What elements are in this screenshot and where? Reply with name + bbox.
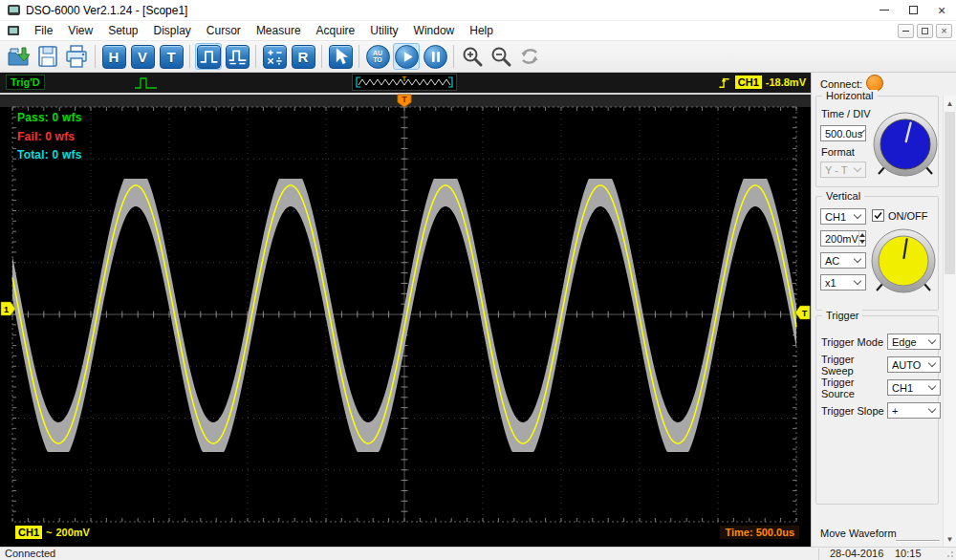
mdi-close-button[interactable]: × (936, 24, 952, 38)
document-icon (8, 26, 19, 35)
fail-count: Fail: 0 wfs (17, 128, 82, 147)
menu-bar: FileViewSetupDisplayCursorMeasureAcquire… (0, 21, 956, 41)
minimize-button[interactable] (870, 0, 899, 20)
toolbar-separator (189, 45, 190, 68)
menu-window[interactable]: Window (406, 22, 463, 39)
vertical-knob[interactable] (869, 226, 938, 295)
trigger-row-label: Trigger Source (821, 377, 887, 399)
move-waveform-label: Move Waveform (820, 528, 897, 539)
toolbar-horizontal-system-button[interactable]: H (100, 43, 127, 70)
trigger-row-label: Trigger Sweep (821, 354, 887, 377)
auto-label-1: AU (373, 50, 382, 56)
chevron-down-icon (928, 336, 936, 344)
trigger-level-marker[interactable]: T (795, 306, 810, 319)
toolbar-zoom-in-button[interactable] (459, 43, 486, 70)
vertical-knob-face (879, 236, 928, 286)
toolbar-cursor-measure-button[interactable] (327, 43, 354, 70)
v-label: V (138, 49, 147, 65)
print-icon (64, 44, 89, 69)
control-panel: Connect: Horizontal Time / DIV 500.0us F… (811, 73, 956, 547)
sync-icon (518, 45, 541, 68)
coupling-select[interactable]: AC (820, 252, 866, 269)
scrollbar-thumb[interactable] (945, 112, 955, 274)
toolbar-open-file-button[interactable] (6, 43, 33, 70)
toolbar-print-button[interactable] (63, 43, 90, 70)
chevron-down-icon (854, 164, 861, 172)
probe-select[interactable]: x1 (820, 274, 866, 291)
menu-setup[interactable]: Setup (100, 22, 145, 39)
mdi-minimize-icon (902, 31, 909, 32)
vertical-group: Vertical CH1 ON/OFF 200mV AC x1 (815, 196, 939, 311)
menu-cursor[interactable]: Cursor (199, 22, 249, 39)
maximize-button[interactable] (899, 0, 927, 20)
mdi-close-icon: × (941, 26, 946, 36)
time-per-div-readout: Time: 500.0us (720, 526, 799, 539)
scroll-up-icon[interactable]: ▲ (944, 96, 956, 111)
toolbar-self-calibration-button[interactable] (516, 43, 543, 70)
menu-acquire[interactable]: Acquire (309, 22, 363, 39)
total-count: Total: 0 wfs (17, 146, 82, 165)
scroll-down-icon[interactable]: ▼ (944, 531, 956, 547)
trigger-source-select[interactable]: CH1 (887, 379, 941, 396)
toolbar-trigger-system-button[interactable]: T (158, 43, 185, 70)
horizontal-knob-face (880, 119, 930, 169)
onoff-checkbox[interactable] (872, 209, 884, 222)
toolbar-waveform-record-button[interactable] (224, 43, 250, 70)
menu-help[interactable]: Help (462, 22, 501, 39)
trigger-rows: Trigger ModeEdgeTrigger SweepAUTOTrigger… (821, 334, 941, 425)
format-select[interactable]: Y - T (820, 162, 866, 178)
menu-bar-items: FileViewSetupDisplayCursorMeasureAcquire… (27, 22, 501, 39)
menu-measure[interactable]: Measure (249, 22, 309, 39)
pause-icon (424, 46, 446, 68)
status-bar: Connected 28-04-2016 10:15 (0, 547, 956, 560)
app-icon (8, 5, 20, 15)
trigger-position-marker[interactable]: T (398, 95, 411, 107)
check-icon (873, 210, 883, 221)
toolbar-pause-button[interactable] (422, 43, 448, 70)
mdi-restore-button[interactable] (917, 24, 933, 38)
step-up-icon[interactable] (859, 231, 865, 239)
toolbar-auto-setup-button[interactable]: AU TO (364, 43, 391, 70)
panel-scrollbar[interactable]: ▲ ▼ (943, 96, 956, 547)
toolbar-math-button[interactable] (261, 43, 288, 70)
trigger-sweep-select[interactable]: AUTO (887, 356, 941, 373)
connection-status: Connected (5, 548, 55, 559)
chevron-down-icon (854, 211, 861, 219)
close-button[interactable]: × (927, 0, 956, 20)
trigger-row: Trigger SourceCH1 (821, 379, 941, 396)
trigger-legend: Trigger (822, 310, 862, 321)
menu-utility[interactable]: Utility (362, 22, 405, 39)
onoff-label: ON/OFF (888, 210, 928, 222)
toolbar-pass-fail-button[interactable] (195, 43, 222, 70)
pass-count: Pass: 0 wfs (17, 109, 82, 128)
toolbar-ref-button[interactable]: R (290, 43, 316, 70)
trigger-group: Trigger Trigger ModeEdgeTrigger SweepAUT… (815, 315, 939, 505)
toolbar-run-button[interactable] (393, 43, 420, 70)
save-icon (35, 44, 60, 69)
menu-display[interactable]: Display (146, 22, 199, 39)
menu-view[interactable]: View (60, 22, 100, 39)
step-down-icon[interactable] (859, 239, 865, 247)
trigger-row: Trigger ModeEdge (821, 334, 941, 350)
trigger-mode-select[interactable]: Edge (887, 334, 941, 350)
menu-file[interactable]: File (27, 22, 60, 39)
r-label: R (298, 49, 309, 65)
resize-grip-icon[interactable] (946, 550, 954, 558)
time-div-label: Time / DIV (821, 108, 871, 119)
toolbar-vertical-system-button[interactable]: V (129, 43, 156, 70)
toolbar-separator (321, 45, 322, 68)
toolbar-zoom-out-button[interactable] (488, 43, 514, 70)
pulse-icon (198, 46, 220, 68)
volts-div-stepper[interactable]: 200mV (820, 230, 866, 247)
math-icon (264, 46, 286, 68)
close-icon: × (938, 4, 945, 17)
toolbar-save-button[interactable] (34, 43, 61, 70)
mdi-minimize-button[interactable] (898, 24, 914, 38)
time-div-select[interactable]: 500.0us (820, 125, 866, 141)
channel-select[interactable]: CH1 (820, 208, 866, 225)
horizontal-knob[interactable] (871, 110, 940, 179)
cursor-icon (330, 46, 352, 68)
chevron-down-icon (854, 255, 861, 263)
move-waveform-line (896, 540, 940, 541)
trigger-slope-select[interactable]: + (887, 402, 941, 419)
